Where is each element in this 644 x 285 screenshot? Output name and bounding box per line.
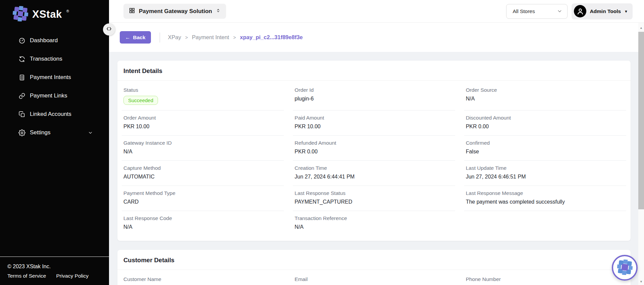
sidebar-item-dashboard[interactable]: Dashboard xyxy=(0,33,109,48)
field-label: Payment Method Type xyxy=(123,190,282,196)
field-value: Jun 27, 2024 6:44:41 PM xyxy=(294,174,453,180)
field-value: CARD xyxy=(123,199,282,205)
sidebar-nav: DashboardTransactionsPayment IntentsPaym… xyxy=(0,33,109,143)
customer-details-title: Customer Details xyxy=(117,250,631,270)
breadcrumb-divider xyxy=(160,32,160,43)
xstak-floating-button[interactable] xyxy=(612,255,638,281)
breadcrumb-separator: > xyxy=(233,35,236,40)
field-label: Discounted Amount xyxy=(466,115,625,121)
vertical-scrollbar[interactable]: ▲ ▼ xyxy=(638,23,644,285)
sidebar-item-label: Dashboard xyxy=(30,37,58,44)
store-select[interactable]: All Stores xyxy=(506,4,568,19)
field-label: Last Response Message xyxy=(466,190,625,196)
field-cell: Capture MethodAUTOMATIC xyxy=(122,161,284,186)
field-cell: Paid AmountPKR 10.00 xyxy=(293,111,455,136)
field-label: Order Id xyxy=(294,87,453,93)
sidebar-footer: © 2023 XStak Inc. Terms of ServicePrivac… xyxy=(0,257,109,285)
field-label: Phone Number xyxy=(466,276,625,282)
field-label: Email xyxy=(294,276,453,282)
field-value: PKR 0.00 xyxy=(294,149,453,155)
field-value: The payment was completed successfully xyxy=(466,199,625,205)
field-cell: Last Response MessageThe payment was com… xyxy=(464,186,626,211)
field-value: PAYMENT_CAPTURED xyxy=(294,199,453,205)
sidebar-item-linked-accounts[interactable]: Linked Accounts xyxy=(0,106,109,122)
field-label: Capture Method xyxy=(123,165,282,171)
field-label: Last Response Code xyxy=(123,215,282,221)
scrollbar-thumb[interactable] xyxy=(638,32,644,209)
field-value: False xyxy=(466,149,625,155)
admin-tools-label: Admin Tools xyxy=(590,8,621,14)
content-area: Intent Details StatusSucceededOrder Idpl… xyxy=(109,52,644,285)
field-label: Refunded Amount xyxy=(294,140,453,146)
field-label: Last Update Time xyxy=(466,165,625,171)
sidebar-item-transactions[interactable]: Transactions xyxy=(0,51,109,67)
field-value: PKR 10.00 xyxy=(294,124,453,130)
product-switcher-label: Payment Gateway Solution xyxy=(139,8,212,15)
xstak-logo-icon xyxy=(13,6,28,23)
sidebar-item-label: Linked Accounts xyxy=(30,111,71,118)
brand-name: XStak xyxy=(32,8,62,20)
breadcrumb-link[interactable]: XPay xyxy=(168,34,181,41)
field-cell: Customer NameAli raza xyxy=(122,272,284,285)
sidebar-collapse-toggle[interactable] xyxy=(103,23,115,35)
field-value: Jun 27, 2024 6:46:51 PM xyxy=(466,174,625,180)
dashboard-icon xyxy=(18,37,25,44)
field-cell: Order SourceN/A xyxy=(464,83,626,111)
customer-details-grid: Customer NameAli razaEmailusmanghafoor62… xyxy=(117,270,631,285)
field-value: plugin-6 xyxy=(294,96,453,102)
chevron-down-icon xyxy=(557,8,562,14)
sidebar-item-payment-intents[interactable]: Payment Intents xyxy=(0,70,109,85)
sidebar-item-label: Transactions xyxy=(30,56,62,62)
payment-intents-icon xyxy=(18,74,25,81)
back-button[interactable]: ← Back xyxy=(120,31,151,44)
field-cell: Gateway Instance IDN/A xyxy=(122,136,284,161)
field-cell: Transaction ReferenceN/A xyxy=(293,211,455,236)
caret-down-icon: ▼ xyxy=(624,9,628,13)
footer-link-privacy-policy[interactable]: Privacy Policy xyxy=(56,273,88,279)
field-cell xyxy=(464,211,626,236)
sidebar: XStak ® DashboardTransactionsPayment Int… xyxy=(0,0,109,285)
status-badge: Succeeded xyxy=(123,96,158,105)
field-label: Customer Name xyxy=(123,276,282,282)
field-label: Paid Amount xyxy=(294,115,453,121)
product-switcher-button[interactable]: Payment Gateway Solution xyxy=(123,4,226,19)
scrollbar-up-icon[interactable]: ▲ xyxy=(638,25,644,30)
sidebar-item-payment-links[interactable]: Payment Links xyxy=(0,88,109,103)
field-label: Confirmed xyxy=(466,140,625,146)
scrollbar-down-icon[interactable]: ▼ xyxy=(638,279,644,284)
field-cell: Creation TimeJun 27, 2024 6:44:41 PM xyxy=(293,161,455,186)
xstak-logo-icon xyxy=(617,260,633,276)
field-cell: Last Response StatusPAYMENT_CAPTURED xyxy=(293,186,455,211)
field-cell: Phone Number03143280000 xyxy=(464,272,626,285)
customer-details-card: Customer Details Customer NameAli razaEm… xyxy=(117,250,631,285)
field-label: Order Amount xyxy=(123,115,282,121)
grid-icon xyxy=(129,7,135,15)
field-cell: Emailusmanghafoor623@gmail.com xyxy=(293,272,455,285)
field-value: N/A xyxy=(123,224,282,230)
top-header: Payment Gateway Solution All Stores Adm xyxy=(109,0,644,23)
field-value: N/A xyxy=(294,224,453,230)
store-select-value: All Stores xyxy=(513,8,535,14)
sidebar-item-label: Payment Intents xyxy=(30,74,71,81)
field-label: Order Source xyxy=(466,87,625,93)
intent-details-title: Intent Details xyxy=(117,61,631,80)
sidebar-item-settings[interactable]: Settings xyxy=(0,125,109,140)
field-value: N/A xyxy=(123,149,282,155)
app-root: XStak ® DashboardTransactionsPayment Int… xyxy=(0,0,644,285)
breadcrumb-current[interactable]: xpay_pi_c2...31f89e8f3e xyxy=(240,34,303,41)
collapse-chevrons-icon xyxy=(106,26,112,33)
field-cell: Order AmountPKR 10.00 xyxy=(122,111,284,136)
sidebar-item-label: Settings xyxy=(30,129,50,136)
field-label: Transaction Reference xyxy=(294,215,453,221)
field-value: PKR 0.00 xyxy=(466,124,625,130)
transactions-icon xyxy=(18,56,25,63)
breadcrumb-link[interactable]: Payment Intent xyxy=(192,34,229,41)
field-cell: StatusSucceeded xyxy=(122,83,284,111)
admin-tools-menu[interactable]: Admin Tools ▼ xyxy=(572,3,633,19)
settings-icon xyxy=(18,129,25,136)
header-right-controls: All Stores Admin Tools ▼ xyxy=(506,3,633,19)
footer-link-terms-of-service[interactable]: Terms of Service xyxy=(7,273,46,279)
field-label: Status xyxy=(123,87,282,93)
back-arrow-icon: ← xyxy=(125,34,130,41)
field-cell: ConfirmedFalse xyxy=(464,136,626,161)
